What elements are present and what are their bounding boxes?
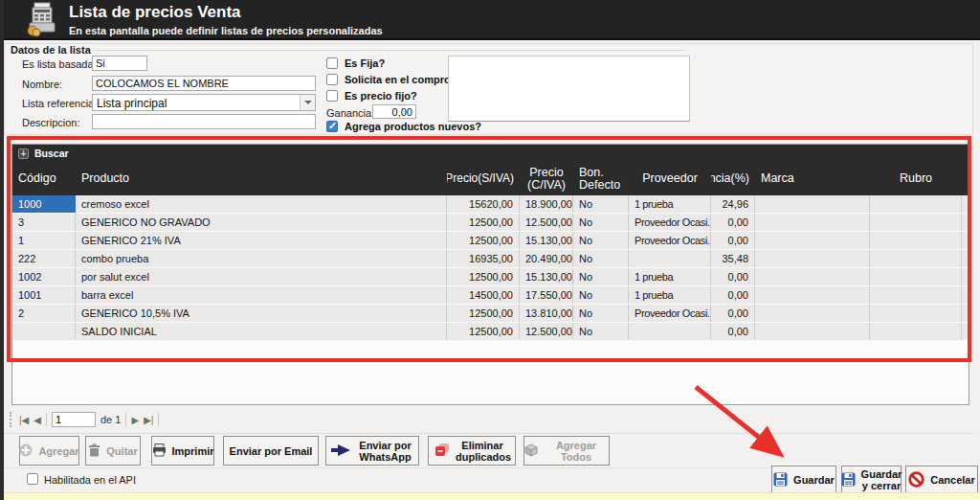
table-cell[interactable] (755, 286, 870, 304)
table-cell[interactable]: GENERICO 10,5% IVA (76, 305, 447, 322)
next-page-button[interactable]: ▶ (131, 415, 139, 425)
table-cell[interactable]: 0,00 (711, 286, 755, 304)
table-cell[interactable]: 0,00 (711, 323, 755, 340)
table-cell[interactable]: 1000 (12, 195, 76, 213)
table-cell[interactable] (870, 268, 962, 285)
imprimir-button[interactable]: Imprimir (151, 436, 214, 466)
table-cell[interactable]: 1002 (12, 268, 76, 285)
column-header[interactable]: Bon. Defecto (573, 162, 629, 195)
table-cell[interactable]: 1 prueba (629, 195, 711, 213)
chevron-down-icon[interactable] (300, 95, 315, 110)
table-cell[interactable] (870, 214, 962, 231)
table-cell[interactable] (870, 195, 962, 213)
column-header[interactable]: Proveedor (629, 162, 711, 195)
es-precio-fijo-checkbox[interactable] (326, 90, 338, 102)
table-cell[interactable]: 20.490,00 (520, 250, 573, 267)
table-cell[interactable] (12, 323, 76, 340)
column-header[interactable]: Precio (C/IVA) (520, 162, 573, 195)
guardar-button[interactable]: Guardar (771, 466, 836, 494)
table-cell[interactable] (755, 232, 870, 249)
table-cell[interactable] (870, 250, 962, 267)
table-cell[interactable] (755, 214, 870, 231)
table-cell[interactable]: 12500,00 (447, 268, 520, 285)
table-cell[interactable] (755, 323, 870, 340)
table-cell[interactable]: SALDO INICIAL (76, 323, 447, 340)
table-cell[interactable]: 1001 (12, 286, 76, 304)
es-lista-basada-input[interactable] (92, 56, 147, 71)
column-header[interactable]: Precio(S/IVA) (447, 162, 520, 195)
table-cell[interactable] (755, 195, 870, 213)
table-cell[interactable]: 14500,00 (447, 286, 520, 304)
table-cell[interactable]: 1 prueba (629, 268, 711, 285)
table-cell[interactable]: 222 (12, 250, 76, 267)
table-cell[interactable]: No (573, 232, 629, 249)
table-cell[interactable]: 0,00 (711, 232, 755, 249)
table-cell[interactable] (629, 323, 711, 340)
table-cell[interactable]: No (573, 268, 629, 285)
drag-handle[interactable] (10, 412, 12, 427)
table-cell[interactable]: 18.900,00 (520, 195, 573, 213)
table-row[interactable]: 1002por salut excel12500,0015.130,00No1 … (12, 268, 969, 286)
table-cell[interactable]: GENERICO 21% IVA (76, 232, 447, 249)
grid-search-bar[interactable]: + Buscar (12, 145, 969, 162)
quitar-button[interactable]: Quitar (85, 436, 141, 466)
table-cell[interactable]: 0,00 (711, 305, 755, 322)
table-cell[interactable]: 12500,00 (447, 323, 520, 340)
table-cell[interactable]: barra excel (76, 286, 447, 304)
table-row[interactable]: 222combo prueba16935,0020.490,00No35,48 (12, 250, 969, 268)
table-cell[interactable]: No (573, 214, 629, 231)
table-cell[interactable]: combo prueba (76, 250, 447, 267)
table-cell[interactable]: 12500,00 (447, 232, 520, 249)
page-number-input[interactable] (52, 412, 96, 427)
column-header[interactable]: Marca (755, 162, 870, 195)
table-cell[interactable]: No (573, 250, 629, 267)
table-row[interactable]: 2GENERICO 10,5% IVA12500,0013.810,00NoPr… (12, 305, 969, 323)
cancelar-button[interactable]: Cancelar (905, 466, 978, 494)
table-cell[interactable]: Proveedor Ocasi... (629, 232, 711, 249)
table-cell[interactable]: 12500,00 (447, 305, 520, 322)
enviar-email-button[interactable]: Enviar por Email (223, 436, 319, 466)
table-cell[interactable]: Proveedor Ocasi... (629, 214, 711, 231)
table-cell[interactable] (870, 232, 962, 249)
prev-page-button[interactable]: ◀ (33, 415, 41, 425)
agrega-productos-checkbox[interactable] (326, 121, 338, 132)
table-cell[interactable]: 12.500,00 (520, 214, 573, 231)
table-cell[interactable]: 17.550,00 (520, 286, 573, 304)
table-row[interactable]: 3GENERICO NO GRAVADO12500,0012.500,00NoP… (12, 214, 969, 232)
agregar-button[interactable]: Agregar (19, 436, 79, 466)
table-cell[interactable] (870, 286, 962, 304)
table-cell[interactable]: 3 (12, 214, 76, 231)
table-cell[interactable] (870, 305, 962, 322)
table-cell[interactable]: 13.810,00 (520, 305, 573, 322)
table-row[interactable]: 1GENERICO 21% IVA12500,0015.130,00NoProv… (12, 232, 969, 250)
table-cell[interactable]: GENERICO NO GRAVADO (76, 214, 447, 231)
table-cell[interactable]: 12.500,00 (520, 323, 573, 340)
descripcion-input[interactable] (92, 114, 316, 129)
table-cell[interactable]: 1 prueba (629, 286, 711, 304)
solicita-comprobante-checkbox[interactable] (326, 74, 338, 85)
table-cell[interactable]: 0,00 (711, 214, 755, 231)
es-fija-checkbox[interactable] (326, 57, 338, 69)
table-row[interactable]: SALDO INICIAL12500,0012.500,00No0,00 (12, 323, 969, 341)
expand-plus-icon[interactable]: + (18, 148, 29, 159)
table-cell[interactable]: Proveedor Ocasi... (629, 305, 711, 322)
habilitada-api-checkbox[interactable] (27, 473, 38, 485)
table-cell[interactable]: 0,00 (711, 268, 755, 285)
table-cell[interactable]: No (573, 195, 629, 213)
first-page-button[interactable]: |◀ (19, 415, 29, 425)
table-cell[interactable]: 1 (12, 232, 76, 249)
table-cell[interactable]: 2 (12, 305, 76, 322)
table-cell[interactable]: por salut excel (76, 268, 447, 285)
table-cell[interactable]: 24,96 (711, 195, 755, 213)
table-cell[interactable]: 15.130,00 (520, 268, 573, 285)
column-header[interactable]: Rubro (870, 162, 962, 195)
table-row[interactable]: 1001barra excel14500,0017.550,00No1 prue… (12, 286, 969, 305)
column-header[interactable]: Producto (76, 162, 447, 195)
table-cell[interactable]: No (573, 323, 629, 340)
table-cell[interactable]: cremoso excel (76, 195, 447, 213)
column-header[interactable]: Código (12, 162, 76, 195)
table-cell[interactable]: 15620,00 (447, 195, 520, 213)
ganancia-input[interactable] (372, 104, 416, 119)
nombre-input[interactable] (92, 76, 316, 91)
table-cell[interactable]: No (573, 305, 629, 322)
